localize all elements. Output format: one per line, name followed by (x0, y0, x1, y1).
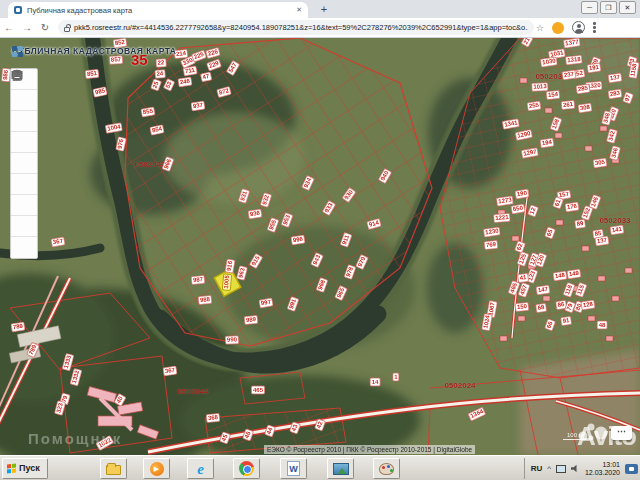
bookmark-star-icon[interactable]: ☆ (536, 23, 544, 33)
parcel-label[interactable]: 367 (162, 366, 177, 377)
media-player-icon[interactable]: ▶ (143, 458, 170, 479)
parcel-label[interactable]: 22 (155, 58, 166, 68)
maximize-button[interactable]: ❐ (600, 1, 617, 14)
hidden-icons-chevron[interactable]: ^ (547, 464, 551, 473)
map-title: ПУБЛИЧНАЯ КАДАСТРОВАЯ КАРТА (12, 46, 177, 56)
parcel-label[interactable]: 465 (251, 386, 265, 395)
parcel-label[interactable]: 996 (290, 235, 305, 246)
parcel-label[interactable]: 936 (247, 209, 262, 220)
parcel-label[interactable]: 191 (586, 63, 601, 74)
parcel-label[interactable]: 1005 (222, 273, 232, 291)
parcel-label[interactable]: 769 (484, 240, 499, 250)
paint-icon[interactable] (373, 458, 400, 479)
parcel-label[interactable]: 48 (597, 321, 608, 330)
tab-title: Публичная кадастровая карта (27, 6, 291, 15)
parcel-label[interactable]: 1 (392, 373, 399, 382)
taskbar: Пуск ▶ e W RU ^ 13:01 12.03.2020 (0, 455, 640, 480)
reload-button[interactable]: ↻ (36, 22, 54, 33)
parcel-label[interactable]: 194 (539, 138, 554, 149)
parcel-label[interactable]: 154 (546, 90, 561, 100)
browser-toolbar: ← → ↻ pkk5.rosreestr.ru/#x=4414536.22777… (0, 18, 640, 38)
parcel-label[interactable]: 150 (515, 302, 530, 312)
parcel-label[interactable]: 246 (177, 77, 192, 88)
address-bar[interactable]: pkk5.rosreestr.ru/#x=4414536.2277792658&… (58, 20, 534, 35)
parcel-label[interactable]: 128 (580, 300, 595, 311)
pictures-icon[interactable] (327, 458, 354, 479)
parcel-label[interactable]: 851 (85, 69, 100, 79)
parcel-label[interactable]: 261 (561, 100, 576, 110)
measure-tool-button[interactable] (11, 132, 37, 153)
display-tray-icon[interactable] (556, 465, 566, 473)
parcel-label[interactable]: 68 (535, 303, 547, 313)
map-overflow-button[interactable]: ⋯ (611, 426, 632, 440)
tab-close-icon[interactable]: ✕ (296, 6, 302, 14)
back-button[interactable]: ← (0, 22, 18, 33)
parcel-label[interactable]: 789 (10, 322, 25, 333)
window-controls: ─ ❐ ✕ (581, 1, 636, 14)
parcel-label[interactable]: 141 (609, 225, 624, 236)
language-indicator[interactable]: RU (531, 464, 543, 473)
favorites-tool-button[interactable] (11, 174, 37, 195)
parcel-label[interactable]: 148 (552, 271, 567, 282)
quarter-label[interactable]: 0502024 (444, 381, 475, 390)
map-viewport[interactable]: ПУБЛИЧНАЯ КАДАСТРОВАЯ КАРТА 35 ? (0, 38, 640, 455)
url-text: pkk5.rosreestr.ru/#x=4414536.2277792658&… (74, 23, 528, 32)
folder-icon[interactable] (100, 458, 127, 479)
info-tool-button[interactable] (11, 111, 37, 132)
parcel-label[interactable]: 987 (191, 275, 206, 285)
parcel-label[interactable]: 937 (190, 101, 205, 112)
parcel-label[interactable]: 91 (560, 316, 572, 326)
print-tool-button[interactable] (11, 195, 37, 216)
parcel-label[interactable]: 1318 (565, 55, 583, 66)
extension-icon[interactable] (552, 22, 564, 34)
parcel-label[interactable]: 283 (607, 89, 622, 100)
word-icon[interactable]: W (280, 458, 307, 479)
new-tab-button[interactable]: + (316, 2, 332, 17)
internet-explorer-icon[interactable]: e (187, 458, 214, 479)
start-button-label: Пуск (19, 463, 40, 473)
parcel-label[interactable]: 149 (566, 269, 581, 280)
taskbar-clock[interactable]: 13:01 12.03.2020 (585, 461, 620, 477)
left-watermark: Помощник (28, 430, 122, 447)
windows-flag-icon (7, 463, 16, 473)
parcel-label[interactable]: 137 (594, 236, 609, 247)
draw-tool-button[interactable] (11, 153, 37, 174)
parcel-label[interactable]: 14 (370, 378, 381, 387)
help-tool-button[interactable]: ? (11, 216, 37, 237)
parcel-label[interactable]: 137 (607, 73, 622, 84)
volume-tray-icon[interactable] (571, 464, 580, 473)
map-attribution: ЕЭКО © Росреестр 2010 | ПКК © Росреестр … (264, 445, 475, 454)
start-button[interactable]: Пуск (2, 458, 48, 479)
parcel-label[interactable]: 255 (526, 101, 541, 112)
parcel-label[interactable]: 285 (575, 84, 590, 95)
minimize-button[interactable]: ─ (581, 1, 598, 14)
search-tool-button[interactable] (11, 90, 37, 111)
tray-app-icon[interactable] (625, 464, 638, 474)
menu-kebab-icon[interactable] (593, 22, 596, 33)
parcel-label[interactable]: 89 (574, 219, 586, 229)
parcel-label[interactable]: 857 (109, 55, 124, 65)
parcel-label[interactable]: 305 (592, 158, 607, 169)
parcel-label[interactable]: 989 (244, 315, 259, 325)
close-button[interactable]: ✕ (619, 1, 636, 14)
parcel-label[interactable]: 147 (535, 285, 550, 296)
quarter-label[interactable]: 0502044 (177, 387, 208, 396)
feedback-tool-button[interactable] (11, 237, 37, 258)
parcel-label[interactable]: 990 (225, 335, 239, 345)
pkk-logo-icon (12, 46, 23, 57)
chrome-icon[interactable] (233, 458, 260, 479)
parcel-label[interactable]: 368 (206, 413, 221, 423)
parcel-label[interactable]: 176 (564, 202, 579, 213)
profile-icon[interactable] (572, 21, 585, 34)
parcel-label[interactable]: 237 (561, 70, 576, 81)
parcel-label[interactable]: 24 (154, 69, 165, 79)
parcel-label[interactable]: 1221 (493, 213, 511, 223)
parcel-label[interactable]: 308 (577, 103, 592, 114)
forward-button[interactable]: → (18, 22, 36, 33)
region-code: 35 (131, 51, 148, 68)
browser-tab[interactable]: Публичная кадастровая карта ✕ (8, 2, 308, 18)
satellite-map[interactable] (0, 38, 640, 455)
parcel-label[interactable]: 988 (198, 295, 213, 305)
tab-favicon-icon (14, 6, 22, 14)
quarter-label[interactable]: 0502033 (599, 216, 630, 225)
